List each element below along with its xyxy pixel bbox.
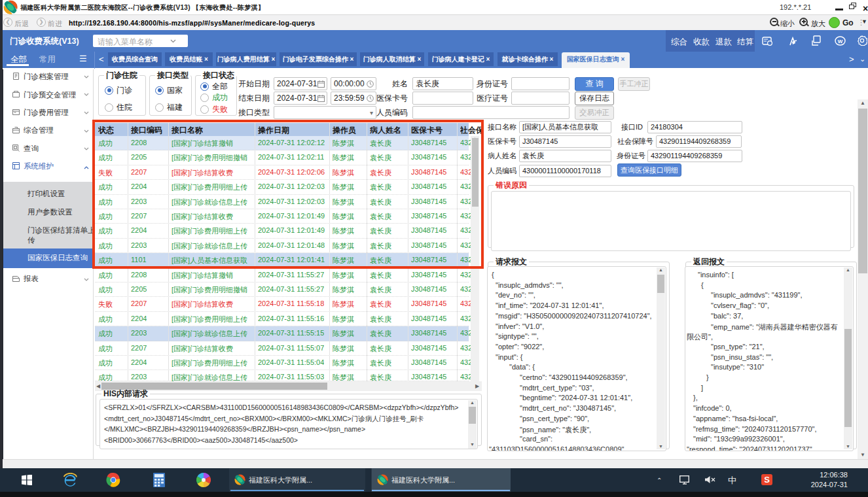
svg-text:W: W: [838, 39, 843, 44]
